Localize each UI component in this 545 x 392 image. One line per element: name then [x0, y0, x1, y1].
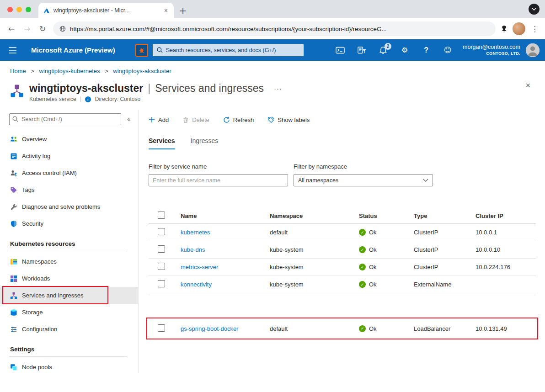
hamburger-menu-icon[interactable] [7, 47, 18, 53]
row-checkbox[interactable] [158, 324, 165, 332]
sidebar-item-diagnose[interactable]: Diagnose and solve problems [0, 198, 138, 215]
tab-services[interactable]: Services [149, 137, 175, 149]
sidebar-search-input[interactable] [9, 113, 121, 125]
collapse-menu-button[interactable]: « [127, 116, 131, 123]
service-link[interactable]: kubernetes [181, 229, 210, 236]
sidebar-item-node-pools[interactable]: Node pools [0, 359, 138, 373]
browser-profile-avatar[interactable] [513, 22, 525, 35]
azure-portal-title[interactable]: Microsoft Azure (Preview) [31, 46, 115, 54]
sidebar-item-namespaces[interactable]: Namespaces [0, 253, 138, 270]
namespace-filter-label: Filter by namespace [294, 163, 433, 170]
configuration-icon [10, 326, 17, 333]
activity-log-icon [10, 153, 17, 160]
storage-icon [10, 309, 17, 316]
refresh-icon [223, 117, 230, 123]
shield-icon [10, 220, 17, 228]
cloud-shell-icon[interactable] [335, 45, 345, 55]
service-name-filter-input[interactable] [149, 174, 288, 186]
select-all-checkbox[interactable] [158, 212, 165, 219]
portal-body: Home > wingtiptoys-kubernetes > wingtipt… [0, 61, 545, 392]
globe-icon [59, 26, 66, 32]
status-badge: Ok [369, 325, 377, 332]
directory-filter-icon[interactable] [357, 45, 367, 55]
azure-header: Microsoft Azure (Preview) 2 ⚙ ? ☺ morgan… [0, 39, 545, 61]
sidebar-item-activity-log[interactable]: Activity log [0, 148, 138, 164]
maximize-window-button[interactable] [26, 7, 31, 12]
close-blade-button[interactable]: × [525, 81, 530, 90]
browser-menu-icon[interactable]: ⋮ [531, 24, 539, 33]
sidebar-search-icon [12, 116, 18, 122]
services-panel: Add Delete Refresh [139, 110, 545, 373]
more-button[interactable]: ··· [274, 85, 282, 92]
service-name-filter-label: Filter by service name [149, 163, 288, 170]
azure-favicon [43, 7, 50, 14]
global-search-input[interactable] [166, 47, 299, 53]
service-link[interactable]: gs-spring-boot-docker [181, 325, 238, 332]
filter-bar: Filter by service name Filter by namespa… [149, 163, 536, 186]
forward-icon[interactable]: → [22, 24, 32, 33]
sidebar-item-security[interactable]: Security [0, 215, 138, 232]
delete-button[interactable]: Delete [182, 117, 209, 123]
header-icon-group: 2 ⚙ ? ☺ [335, 45, 453, 55]
column-header-type: Type [414, 212, 476, 219]
sidebar-item-workloads[interactable]: Workloads [0, 270, 138, 287]
breadcrumb-resource[interactable]: wingtiptoys-akscluster [113, 68, 171, 74]
table-header-row: Name Namespace Status Type Cluster IP [149, 208, 536, 224]
breadcrumb-home[interactable]: Home [10, 68, 26, 74]
column-header-namespace: Namespace [270, 212, 359, 219]
wrench-icon [10, 203, 17, 211]
sidebar-item-storage[interactable]: Storage [0, 304, 138, 321]
row-checkbox[interactable] [158, 245, 165, 253]
table-row: kube-dns kube-system Ok ClusterIP 10.0.0… [149, 241, 536, 259]
status-ok-icon [359, 281, 366, 288]
global-search-box[interactable] [153, 44, 304, 56]
row-checkbox[interactable] [158, 280, 165, 287]
close-window-button[interactable] [7, 7, 13, 12]
tab-ingresses[interactable]: Ingresses [191, 137, 219, 149]
sidebar-group-kubernetes-resources: Kubernetes resources [0, 232, 138, 251]
bug-report-icon[interactable] [135, 44, 148, 57]
sidebar-item-tags[interactable]: Tags [0, 181, 138, 198]
namespace-dropdown[interactable]: All namespaces [294, 174, 433, 186]
notifications-bell-icon[interactable]: 2 [378, 45, 388, 55]
back-icon[interactable]: ← [6, 24, 16, 33]
sidebar-item-overview[interactable]: Overview [0, 131, 138, 148]
status-ok-icon [359, 229, 366, 236]
table-row: konnectivity kube-system Ok ExternalName [149, 276, 536, 293]
reload-icon[interactable]: ↻ [37, 24, 48, 33]
row-checkbox[interactable] [158, 263, 165, 270]
settings-gear-icon[interactable]: ⚙ [400, 45, 410, 55]
user-email: morgan@contoso.com [463, 44, 520, 51]
trash-icon [182, 117, 189, 123]
minimize-window-button[interactable] [16, 7, 22, 12]
service-link[interactable]: kube-dns [181, 246, 205, 253]
page-section: Services and ingresses [155, 82, 264, 95]
sidebar-item-services-and-ingresses[interactable]: Services and ingresses [0, 287, 138, 304]
add-button[interactable]: Add [149, 117, 169, 123]
status-badge: Ok [369, 229, 377, 236]
url-bar[interactable]: https://ms.portal.azure.com/#@microsoft.… [53, 21, 496, 36]
labels-icon [267, 117, 274, 123]
status-ok-icon [359, 264, 366, 270]
feedback-smiley-icon[interactable]: ☺ [443, 45, 453, 55]
table-row: kubernetes default Ok ClusterIP 10.0.0.1 [149, 224, 536, 241]
breadcrumb-resource-group[interactable]: wingtiptoys-kubernetes [39, 68, 100, 74]
sidebar-item-access-control[interactable]: Access control (IAM) [0, 164, 138, 181]
iam-icon [10, 170, 17, 177]
status-badge: Ok [369, 264, 377, 270]
account-menu[interactable]: morgan@contoso.com CONTOSO, LTD. [463, 44, 520, 56]
service-link[interactable]: konnectivity [181, 281, 212, 288]
new-tab-button[interactable]: + [176, 4, 189, 17]
browser-tab[interactable]: wingtiptoys-akscluster - Micr... × [38, 3, 174, 18]
row-checkbox[interactable] [158, 228, 165, 235]
help-icon[interactable]: ? [421, 45, 431, 55]
pin-icon[interactable] [501, 25, 507, 33]
service-link[interactable]: metrics-server [181, 264, 218, 270]
refresh-button[interactable]: Refresh [223, 117, 254, 123]
sidebar-item-configuration[interactable]: Configuration [0, 321, 138, 338]
kubernetes-service-icon [10, 84, 24, 98]
tab-search-button[interactable] [529, 4, 540, 15]
tab-close-icon[interactable]: × [163, 7, 169, 14]
user-avatar[interactable] [526, 43, 540, 57]
show-labels-button[interactable]: Show labels [267, 117, 310, 123]
